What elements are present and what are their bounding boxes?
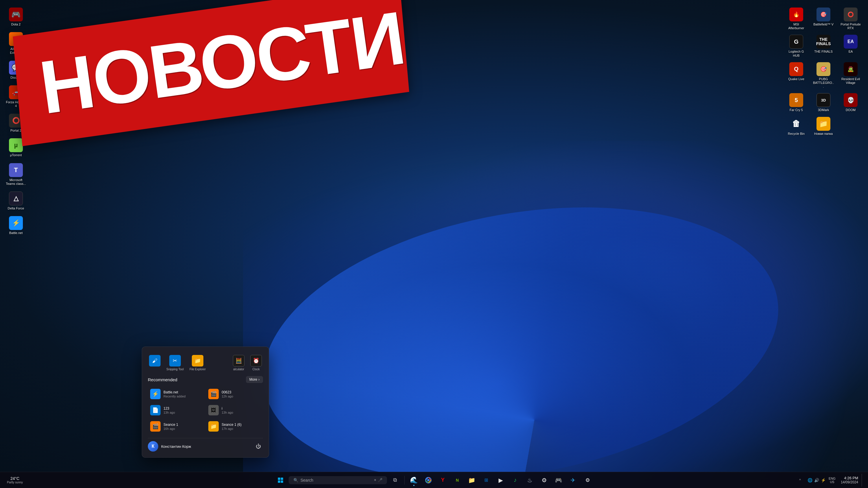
seance1-6-info: Seance 1 (6) 17h ago [222, 423, 261, 430]
taskbar-edge[interactable]: 🌊 [408, 474, 421, 487]
rec-item-i[interactable]: 🖼 i 13h ago [206, 403, 263, 418]
thefinals-label: THE FINALS [814, 50, 833, 54]
start-button[interactable] [274, 474, 287, 487]
task-view-button[interactable]: ⧉ [389, 474, 402, 487]
ea-icon: EA [844, 35, 858, 48]
rec-item-seance1[interactable]: 🎬 Seance 1 16h ago [148, 419, 205, 434]
msi-icon: 🔥 [789, 7, 803, 22]
taskbar-telegram[interactable]: ✈ [567, 474, 580, 487]
more-button[interactable]: More › [246, 376, 263, 383]
delta-label: Delta Force [8, 206, 24, 210]
user-name: Константин Корж [161, 444, 191, 449]
desktop-icon-battlenet[interactable]: ⚡ Battle.net [4, 214, 28, 237]
volume-icon[interactable]: 🔊 [814, 478, 819, 483]
new-folder-icon: 📁 [816, 117, 830, 131]
recycle-bin-icon: 🗑 [789, 117, 803, 131]
start-app-calc[interactable]: 🧮 alculator [232, 353, 246, 373]
taskbar-chrome[interactable] [422, 474, 435, 487]
farcry5-label: Far Cry 5 [789, 108, 803, 112]
desktop-icon-logitech[interactable]: G Logitech G HUB [785, 33, 808, 59]
start-app-explorer[interactable]: 📁 File Explorer [188, 353, 207, 373]
seance1-6-icon: 📁 [208, 421, 219, 432]
seance1-6-time: 17h ago [222, 427, 261, 430]
logitech-icon: G [789, 35, 803, 48]
chrome-icon [425, 477, 432, 483]
taskbar: 24°C Partly sunny 🔍 Search ✦ 🎤 [0, 472, 868, 488]
network-icon[interactable]: 🌐 [808, 478, 812, 483]
rec-item-123[interactable]: 📄 123 13h ago [148, 403, 205, 418]
utorrent-icon: µ [9, 138, 23, 152]
taskbar-media[interactable]: ▶ [494, 474, 507, 487]
desktop-icon-teams[interactable]: T Microsoft Teams class... [4, 161, 28, 188]
recycle-label: Recycle Bin [788, 132, 805, 136]
doom-label: DOOM [846, 108, 856, 112]
start-app-paint[interactable]: 🖌 [148, 353, 162, 373]
taskbar-settings[interactable]: ⚙ [538, 474, 551, 487]
start-app-snipping[interactable]: ✂ Snipping Tool [165, 353, 185, 373]
region-label: US [830, 480, 834, 484]
desktop-icon-msi[interactable]: 🔥 MSI Afterburner [785, 6, 808, 32]
new-folder-label: Новая папка [814, 132, 833, 136]
re-village-icon: 🧟 [844, 62, 858, 76]
explorer-icon-sm: 📁 [192, 355, 204, 366]
desktop-icon-farcry5[interactable]: 5 Far Cry 5 [785, 91, 808, 114]
expand-tray-button[interactable]: ^ [794, 474, 806, 487]
battlenet-label: Battle.net [9, 231, 23, 235]
taskbar-store[interactable]: ⊞ [480, 474, 493, 487]
taskbar-xbox[interactable]: 🎮 [552, 474, 565, 487]
taskbar-nvidia[interactable]: N [451, 474, 464, 487]
portal-rtx-label: Portal Prelude RTX [840, 23, 861, 30]
rec-item-seance1-6[interactable]: 📁 Seance 1 (6) 17h ago [206, 419, 263, 434]
taskbar-explorer[interactable]: 📁 [466, 474, 478, 487]
weather-widget[interactable]: 24°C Partly sunny [5, 475, 25, 485]
logitech-label: Logitech G HUB [786, 50, 807, 57]
clock-widget[interactable]: 4:26 PM 14/09/2024 [838, 475, 861, 485]
desktop-icon-recycle[interactable]: 🗑 Recycle Bin [785, 115, 808, 137]
search-bar-extra: ✦ 🎤 [374, 478, 382, 482]
search-bar[interactable]: 🔍 Search ✦ 🎤 [289, 476, 387, 484]
pubg-label: PUBG BATTLEGRO... [813, 77, 834, 89]
seance1-name: Seance 1 [163, 423, 203, 427]
file123-info: 123 13h ago [163, 406, 203, 414]
clock-label-sm: Clock [252, 368, 259, 371]
filei-name: i [222, 406, 261, 411]
weather-desc: Partly sunny [7, 481, 23, 484]
show-desktop-button[interactable] [862, 474, 863, 487]
taskbar-yandex[interactable]: Y [437, 474, 450, 487]
rec-item-00623[interactable]: 🎬 00623 12h ago [206, 387, 263, 401]
desktop-icon-3dmark[interactable]: 3D 3DMark [812, 91, 835, 114]
battery-icon[interactable]: ⚡ [821, 478, 826, 483]
filei-time: 13h ago [222, 411, 261, 414]
desktop-icon-portal-rtx[interactable]: ⭕ Portal Prelude RTX [839, 6, 862, 32]
farcry5-icon: 5 [789, 93, 803, 107]
user-info[interactable]: К Константин Корж [148, 441, 191, 452]
desktop-icon-battlefield[interactable]: 🎯 Battlefield™ V [812, 6, 835, 32]
search-mic-icon: 🎤 [378, 478, 382, 482]
rec-item-battlenet[interactable]: ⚡ Battle.net Recently added [148, 387, 205, 401]
power-button[interactable]: ⏻ [254, 442, 263, 451]
dota2-label: Dota 2 [11, 23, 21, 26]
start-app-clock[interactable]: ⏰ Clock [249, 353, 263, 373]
taskbar-app1[interactable]: ⚙ [581, 474, 594, 487]
taskbar-spotify[interactable]: ♪ [509, 474, 522, 487]
taskbar-steam[interactable]: ♨ [523, 474, 536, 487]
desktop-icon-dota2[interactable]: 🎮 Dota 2 [4, 6, 28, 28]
desktop-icons-right: 🔥 MSI Afterburner 🎯 Battlefield™ V ⭕ Por… [785, 6, 865, 137]
start-menu: 🖌 ✂ Snipping Tool 📁 File Explorer 🧮 alcu… [142, 347, 269, 458]
desktop-icon-thefinals[interactable]: THEFINALS THE FINALS [812, 33, 835, 59]
desktop-icon-re-village[interactable]: 🧟 Resident Evil Village [839, 61, 862, 91]
svg-rect-0 [278, 478, 280, 480]
calc-label-sm: alculator [233, 368, 244, 371]
desktop-icon-quake[interactable]: Q Quake Live [785, 61, 808, 91]
sys-icons: 🌐 🔊 ⚡ [808, 478, 826, 483]
language-selector[interactable]: ENG US [827, 476, 837, 484]
more-chevron-icon: › [258, 378, 259, 382]
desktop-icon-pubg[interactable]: 🎯 PUBG BATTLEGRO... [812, 61, 835, 91]
power-icon: ⏻ [256, 444, 261, 450]
desktop-icon-ea[interactable]: EA EA [839, 33, 862, 59]
seance1-time: 16h ago [163, 427, 203, 430]
desktop-icon-doom[interactable]: 💀 DOOM [839, 91, 862, 114]
desktop-icon-delta[interactable]: △ Delta Force [4, 190, 28, 212]
svg-rect-1 [281, 478, 283, 480]
desktop-icon-newfolder[interactable]: 📁 Новая папка [812, 115, 835, 137]
